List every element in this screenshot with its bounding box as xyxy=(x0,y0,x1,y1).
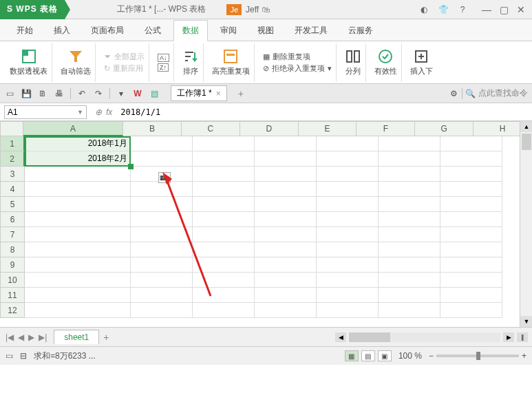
cell-g2[interactable] xyxy=(440,151,502,167)
sheet-tab-1[interactable]: sheet1 xyxy=(54,330,99,344)
document-tab[interactable]: 工作簿1 * × xyxy=(171,85,227,101)
col-head-f[interactable]: F xyxy=(357,121,415,136)
cell-b2[interactable] xyxy=(131,151,193,167)
namebox-dropdown-icon[interactable]: ▼ xyxy=(77,109,83,116)
show-all-button[interactable]: ⏷全部显示 xyxy=(104,52,145,62)
row-head-4[interactable]: 4 xyxy=(0,182,25,197)
row-head-6[interactable]: 6 xyxy=(0,212,25,227)
select-all-corner[interactable] xyxy=(0,121,23,136)
next-sheet-button[interactable]: ▶ xyxy=(27,332,36,342)
redo-icon[interactable]: ↷ xyxy=(93,88,104,99)
tab-devtools[interactable]: 开发工具 xyxy=(286,21,336,41)
tab-data[interactable]: 数据 xyxy=(173,20,208,41)
page-view-button[interactable]: ▤ xyxy=(361,350,375,361)
close-button[interactable]: ✕ xyxy=(517,4,525,15)
highlight-dup-button[interactable]: 高亮重复项 xyxy=(208,43,255,82)
cell-d2[interactable] xyxy=(255,151,317,167)
cart-icon[interactable]: 🛍 xyxy=(262,5,270,14)
tab-insert[interactable]: 插入 xyxy=(45,21,78,41)
cell-f2[interactable] xyxy=(379,151,440,167)
tab-view[interactable]: 视图 xyxy=(249,21,282,41)
col-head-b[interactable]: B xyxy=(123,121,182,136)
tab-layout[interactable]: 页面布局 xyxy=(83,21,132,41)
pivot-button[interactable]: 数据透视表 xyxy=(6,43,52,82)
zoom-slider-thumb[interactable] xyxy=(476,352,480,360)
row-head-7[interactable]: 7 xyxy=(0,227,25,242)
tab-review[interactable]: 审阅 xyxy=(212,21,245,41)
scroll-left-button[interactable]: ◀ xyxy=(335,332,346,342)
close-tab-icon[interactable]: × xyxy=(216,89,221,98)
zoom-label[interactable]: 100 % xyxy=(398,351,422,361)
normal-view-button[interactable]: ▦ xyxy=(345,350,359,361)
minimize-button[interactable]: — xyxy=(482,4,491,15)
formula-input[interactable]: 2018/1/1 xyxy=(116,106,532,118)
fill-handle[interactable] xyxy=(128,164,134,169)
cells-area[interactable]: 2018年1月 2018年2月 ▦▾ xyxy=(25,136,502,318)
col-head-d[interactable]: D xyxy=(240,121,299,136)
autofill-options-button[interactable]: ▦▾ xyxy=(158,172,171,183)
add-doc-tab[interactable]: + xyxy=(238,88,244,99)
last-sheet-button[interactable]: ▶| xyxy=(37,332,48,342)
dropdown-icon[interactable]: ▾ xyxy=(116,88,127,99)
sort-asc-button[interactable]: A↓ xyxy=(158,54,169,62)
cell-b1[interactable] xyxy=(131,136,193,151)
search-icon[interactable]: 🔍 xyxy=(465,89,476,98)
row-head-8[interactable]: 8 xyxy=(0,242,25,257)
cell-e2[interactable] xyxy=(317,151,379,167)
vertical-scrollbar[interactable]: ▲ ▼ xyxy=(520,121,532,327)
skin-icon[interactable]: 👕 xyxy=(436,3,450,17)
spreadsheet-grid[interactable]: A B C D E F G H 1 2 3 4 5 6 7 8 9 10 11 … xyxy=(0,121,532,328)
tab-start[interactable]: 开始 xyxy=(8,21,41,41)
row-head-10[interactable]: 10 xyxy=(0,273,25,288)
cell-e1[interactable] xyxy=(317,136,379,151)
cell-f1[interactable] xyxy=(379,136,440,151)
insert-dropdown-button[interactable]: 插入下 xyxy=(406,43,437,82)
lock-icon[interactable]: ⊟ xyxy=(20,351,27,361)
tab-formula[interactable]: 公式 xyxy=(136,21,169,41)
row-head-11[interactable]: 11 xyxy=(0,288,25,303)
cell-c2[interactable] xyxy=(193,151,255,167)
horizontal-scrollbar[interactable]: ◀ ▶ ∥ xyxy=(335,332,528,342)
saveas-icon[interactable]: 🗎 xyxy=(37,88,48,99)
print-icon[interactable]: 🖶 xyxy=(54,88,65,99)
scroll-right-button[interactable]: ▶ xyxy=(503,332,514,342)
cell-d1[interactable] xyxy=(255,136,317,151)
undo-icon[interactable]: ↶ xyxy=(76,88,87,99)
col-head-e[interactable]: E xyxy=(299,121,357,136)
col-head-c[interactable]: C xyxy=(182,121,240,136)
scroll-up-button[interactable]: ▲ xyxy=(520,121,532,132)
fx-cancel-icon[interactable]: ⊕ xyxy=(95,107,102,117)
name-box[interactable]: A1 ▼ xyxy=(4,105,87,119)
app-badge[interactable]: S WPS 表格 xyxy=(0,0,65,19)
row-head-1[interactable]: 1 xyxy=(0,136,25,151)
validation-button[interactable]: 有效性 xyxy=(370,43,402,82)
record-icon[interactable]: ▭ xyxy=(6,351,13,361)
scroll-down-button[interactable]: ▼ xyxy=(520,316,532,327)
sheet-icon[interactable]: ▤ xyxy=(149,88,160,99)
save-icon[interactable]: 💾 xyxy=(21,88,32,99)
fx-icon[interactable]: fx xyxy=(106,107,112,117)
cell-a2[interactable]: 2018年2月 xyxy=(25,151,131,167)
zoom-slider[interactable] xyxy=(436,355,519,357)
hscroll-track[interactable] xyxy=(349,332,500,342)
color-circle-icon[interactable]: ◐ xyxy=(417,3,431,17)
zoom-out-button[interactable]: − xyxy=(429,351,434,361)
user-badge[interactable]: Je xyxy=(226,4,242,15)
sort-desc-button[interactable]: Z↑ xyxy=(158,63,169,72)
row-head-2[interactable]: 2 xyxy=(0,151,25,167)
remove-dup-button[interactable]: ▦删除重复项 xyxy=(263,52,332,62)
new-icon[interactable]: ▭ xyxy=(4,88,15,99)
prev-sheet-button[interactable]: ◀ xyxy=(17,332,25,342)
row-head-9[interactable]: 9 xyxy=(0,257,25,273)
scroll-split-button[interactable]: ∥ xyxy=(517,332,528,342)
row-head-3[interactable]: 3 xyxy=(0,167,25,182)
cell-c1[interactable] xyxy=(193,136,255,151)
autofilter-button[interactable]: 自动筛选 xyxy=(56,43,96,82)
hscroll-thumb[interactable] xyxy=(349,332,390,342)
cell-a1[interactable]: 2018年1月 xyxy=(25,136,131,151)
find-command-text[interactable]: 点此查找命令 xyxy=(478,87,528,99)
gear-icon[interactable]: ⚙ xyxy=(448,88,459,99)
reject-dup-button[interactable]: ⊘拒绝录入重复项▾ xyxy=(263,63,332,74)
row-head-5[interactable]: 5 xyxy=(0,197,25,212)
user-name[interactable]: Jeff xyxy=(246,5,259,14)
